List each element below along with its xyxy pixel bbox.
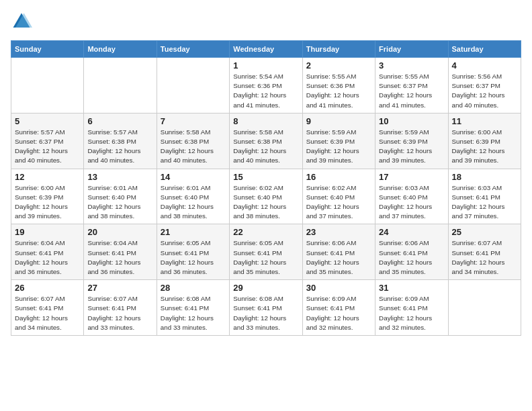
day-number: 18 <box>452 172 517 182</box>
calendar-cell: 9Sunrise: 5:59 AM Sunset: 6:39 PM Daylig… <box>302 113 375 169</box>
day-info: Sunrise: 5:59 AM Sunset: 6:39 PM Dayligh… <box>306 128 371 166</box>
calendar-header: SundayMondayTuesdayWednesdayThursdayFrid… <box>11 41 521 58</box>
calendar-cell: 28Sunrise: 6:08 AM Sunset: 6:41 PM Dayli… <box>157 280 229 336</box>
weekday-header: Saturday <box>448 41 521 58</box>
calendar-cell: 18Sunrise: 6:03 AM Sunset: 6:41 PM Dayli… <box>448 169 521 224</box>
day-info: Sunrise: 6:06 AM Sunset: 6:41 PM Dayligh… <box>379 238 444 277</box>
day-info: Sunrise: 6:01 AM Sunset: 6:40 PM Dayligh… <box>87 183 152 222</box>
calendar-week-row: 5Sunrise: 5:57 AM Sunset: 6:37 PM Daylig… <box>11 113 521 169</box>
day-number: 15 <box>233 172 298 182</box>
calendar-cell: 25Sunrise: 6:07 AM Sunset: 6:41 PM Dayli… <box>448 224 521 280</box>
day-number: 7 <box>161 116 226 126</box>
calendar-cell: 29Sunrise: 6:08 AM Sunset: 6:41 PM Dayli… <box>230 280 302 336</box>
page-header <box>11 11 521 32</box>
calendar-cell: 30Sunrise: 6:09 AM Sunset: 6:41 PM Dayli… <box>302 280 375 336</box>
weekday-header: Friday <box>375 41 448 58</box>
calendar-cell: 19Sunrise: 6:04 AM Sunset: 6:41 PM Dayli… <box>11 224 84 280</box>
day-number: 3 <box>379 60 444 71</box>
day-number: 17 <box>379 172 444 182</box>
day-number: 31 <box>379 283 444 293</box>
calendar-cell: 10Sunrise: 5:59 AM Sunset: 6:39 PM Dayli… <box>375 113 448 169</box>
day-info: Sunrise: 6:08 AM Sunset: 6:41 PM Dayligh… <box>233 294 298 332</box>
day-number: 1 <box>233 60 298 71</box>
day-info: Sunrise: 6:08 AM Sunset: 6:41 PM Dayligh… <box>161 294 226 332</box>
day-info: Sunrise: 6:07 AM Sunset: 6:41 PM Dayligh… <box>87 294 152 332</box>
calendar-cell: 22Sunrise: 6:05 AM Sunset: 6:41 PM Dayli… <box>230 224 302 280</box>
logo <box>11 11 36 32</box>
day-info: Sunrise: 6:07 AM Sunset: 6:41 PM Dayligh… <box>452 238 517 277</box>
calendar-cell: 2Sunrise: 5:55 AM Sunset: 6:36 PM Daylig… <box>302 58 375 113</box>
day-info: Sunrise: 6:06 AM Sunset: 6:41 PM Dayligh… <box>306 238 371 277</box>
calendar-cell <box>448 280 521 336</box>
calendar-cell <box>84 58 157 113</box>
day-info: Sunrise: 6:05 AM Sunset: 6:41 PM Dayligh… <box>233 238 298 277</box>
day-number: 19 <box>15 227 80 237</box>
weekday-header: Tuesday <box>157 41 229 58</box>
weekday-header: Sunday <box>11 41 84 58</box>
calendar-cell: 26Sunrise: 6:07 AM Sunset: 6:41 PM Dayli… <box>11 280 84 336</box>
day-info: Sunrise: 5:56 AM Sunset: 6:37 PM Dayligh… <box>452 72 517 110</box>
day-number: 9 <box>306 116 371 126</box>
calendar-body: 1Sunrise: 5:54 AM Sunset: 6:36 PM Daylig… <box>11 58 521 336</box>
day-number: 5 <box>15 116 80 126</box>
calendar-week-row: 12Sunrise: 6:00 AM Sunset: 6:39 PM Dayli… <box>11 169 521 224</box>
day-number: 2 <box>306 60 371 71</box>
day-number: 6 <box>87 116 152 126</box>
day-number: 28 <box>161 283 226 293</box>
calendar-cell: 3Sunrise: 5:55 AM Sunset: 6:37 PM Daylig… <box>375 58 448 113</box>
day-number: 30 <box>306 283 371 293</box>
day-info: Sunrise: 6:04 AM Sunset: 6:41 PM Dayligh… <box>87 238 152 277</box>
day-number: 25 <box>452 227 517 237</box>
day-info: Sunrise: 5:57 AM Sunset: 6:38 PM Dayligh… <box>87 128 152 166</box>
day-info: Sunrise: 6:00 AM Sunset: 6:39 PM Dayligh… <box>15 183 80 222</box>
calendar-cell: 24Sunrise: 6:06 AM Sunset: 6:41 PM Dayli… <box>375 224 448 280</box>
day-number: 22 <box>233 227 298 237</box>
calendar-cell: 5Sunrise: 5:57 AM Sunset: 6:37 PM Daylig… <box>11 113 84 169</box>
day-number: 14 <box>161 172 226 182</box>
day-number: 29 <box>233 283 298 293</box>
day-info: Sunrise: 6:07 AM Sunset: 6:41 PM Dayligh… <box>15 294 80 332</box>
calendar-cell: 8Sunrise: 5:58 AM Sunset: 6:38 PM Daylig… <box>230 113 302 169</box>
calendar-cell: 27Sunrise: 6:07 AM Sunset: 6:41 PM Dayli… <box>84 280 157 336</box>
day-info: Sunrise: 5:55 AM Sunset: 6:36 PM Dayligh… <box>306 72 371 110</box>
day-info: Sunrise: 6:09 AM Sunset: 6:41 PM Dayligh… <box>306 294 371 332</box>
calendar-cell: 6Sunrise: 5:57 AM Sunset: 6:38 PM Daylig… <box>84 113 157 169</box>
calendar-cell: 16Sunrise: 6:02 AM Sunset: 6:40 PM Dayli… <box>302 169 375 224</box>
day-number: 16 <box>306 172 371 182</box>
weekday-header: Monday <box>84 41 157 58</box>
day-number: 11 <box>452 116 517 126</box>
day-number: 10 <box>379 116 444 126</box>
day-info: Sunrise: 6:05 AM Sunset: 6:41 PM Dayligh… <box>161 238 226 277</box>
calendar-cell: 15Sunrise: 6:02 AM Sunset: 6:40 PM Dayli… <box>230 169 302 224</box>
day-number: 27 <box>87 283 152 293</box>
calendar-cell: 12Sunrise: 6:00 AM Sunset: 6:39 PM Dayli… <box>11 169 84 224</box>
calendar-cell: 23Sunrise: 6:06 AM Sunset: 6:41 PM Dayli… <box>302 224 375 280</box>
weekday-header-row: SundayMondayTuesdayWednesdayThursdayFrid… <box>11 41 521 58</box>
day-info: Sunrise: 6:02 AM Sunset: 6:40 PM Dayligh… <box>306 183 371 222</box>
day-number: 21 <box>161 227 226 237</box>
calendar-cell: 21Sunrise: 6:05 AM Sunset: 6:41 PM Dayli… <box>157 224 229 280</box>
day-number: 24 <box>379 227 444 237</box>
day-info: Sunrise: 6:01 AM Sunset: 6:40 PM Dayligh… <box>161 183 226 222</box>
calendar-cell <box>11 58 84 113</box>
calendar-cell: 7Sunrise: 5:58 AM Sunset: 6:38 PM Daylig… <box>157 113 229 169</box>
calendar-cell: 11Sunrise: 6:00 AM Sunset: 6:39 PM Dayli… <box>448 113 521 169</box>
calendar-cell: 17Sunrise: 6:03 AM Sunset: 6:40 PM Dayli… <box>375 169 448 224</box>
day-info: Sunrise: 6:00 AM Sunset: 6:39 PM Dayligh… <box>452 128 517 166</box>
calendar-table: SundayMondayTuesdayWednesdayThursdayFrid… <box>11 40 521 336</box>
day-number: 12 <box>15 172 80 182</box>
calendar-cell: 4Sunrise: 5:56 AM Sunset: 6:37 PM Daylig… <box>448 58 521 113</box>
day-info: Sunrise: 5:58 AM Sunset: 6:38 PM Dayligh… <box>161 128 226 166</box>
day-info: Sunrise: 6:02 AM Sunset: 6:40 PM Dayligh… <box>233 183 298 222</box>
day-info: Sunrise: 5:58 AM Sunset: 6:38 PM Dayligh… <box>233 128 298 166</box>
day-info: Sunrise: 6:03 AM Sunset: 6:40 PM Dayligh… <box>379 183 444 222</box>
day-info: Sunrise: 5:59 AM Sunset: 6:39 PM Dayligh… <box>379 128 444 166</box>
logo-icon <box>11 11 32 32</box>
calendar-week-row: 26Sunrise: 6:07 AM Sunset: 6:41 PM Dayli… <box>11 280 521 336</box>
day-number: 8 <box>233 116 298 126</box>
weekday-header: Thursday <box>302 41 375 58</box>
day-info: Sunrise: 5:55 AM Sunset: 6:37 PM Dayligh… <box>379 72 444 110</box>
calendar-cell: 1Sunrise: 5:54 AM Sunset: 6:36 PM Daylig… <box>230 58 302 113</box>
calendar-week-row: 19Sunrise: 6:04 AM Sunset: 6:41 PM Dayli… <box>11 224 521 280</box>
day-number: 4 <box>452 60 517 71</box>
